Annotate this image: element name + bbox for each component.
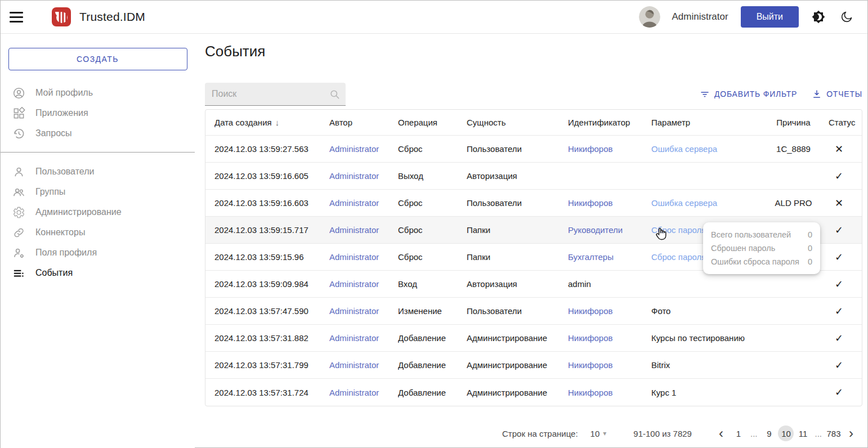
reports-button[interactable]: ОТЧЕТЫ: [812, 89, 862, 99]
page-number[interactable]: 1: [731, 425, 746, 441]
page-title: События: [205, 43, 862, 60]
sidebar-item-label: События: [35, 268, 73, 278]
avatar[interactable]: [639, 6, 660, 28]
table-row[interactable]: 2024.12.03 13:59:16.605 Administrator Вы…: [205, 163, 862, 190]
sidebar-item-label: Поля профиля: [35, 248, 97, 258]
status-error-icon: ✕: [835, 198, 843, 209]
sidebar-item-applications[interactable]: Приложения: [1, 103, 195, 123]
add-filter-button[interactable]: ДОБАВИТЬ ФИЛЬТР: [700, 89, 797, 99]
table-row[interactable]: 2024.12.03 13:59:16.603 Administrator Сб…: [205, 190, 862, 217]
status-success-icon: ✓: [835, 171, 843, 182]
page-number-current[interactable]: 10: [778, 425, 794, 441]
sidebar-item-groups[interactable]: Группы: [1, 182, 195, 202]
page-number[interactable]: 9: [761, 425, 777, 441]
parameter-link[interactable]: Ошибка сервера: [651, 198, 764, 208]
author-link[interactable]: Administrator: [329, 198, 398, 208]
table-row[interactable]: 2024.12.03 13:57:31.882 Administrator До…: [205, 325, 862, 352]
filter-icon: [700, 89, 710, 99]
brightness-toggle-icon[interactable]: [810, 8, 827, 25]
identifier-link[interactable]: Никифоров: [568, 333, 651, 343]
status-success-icon: ✓: [835, 333, 843, 344]
column-header-entity[interactable]: Сущность: [467, 118, 568, 127]
people-icon: [12, 185, 25, 199]
column-header-author[interactable]: Автор: [329, 118, 398, 127]
status-success-icon: ✓: [835, 252, 843, 263]
toolbar: ДОБАВИТЬ ФИЛЬТР ОТЧЕТЫ: [205, 83, 862, 106]
column-header-parameter[interactable]: Параметр: [651, 118, 764, 127]
sidebar-item-users[interactable]: Пользователи: [1, 162, 195, 182]
status-success-icon: ✓: [835, 306, 843, 317]
author-link[interactable]: Administrator: [329, 360, 398, 370]
logout-button[interactable]: Выйти: [741, 6, 799, 28]
rows-per-page-select[interactable]: 10 ▾: [590, 429, 607, 438]
sidebar-item-label: Группы: [35, 187, 65, 197]
author-link[interactable]: Administrator: [329, 306, 398, 316]
sidebar-item-connectors[interactable]: Коннекторы: [1, 222, 195, 243]
sidebar-item-profile-fields[interactable]: Поля профиля: [1, 243, 195, 263]
sidebar-item-requests[interactable]: Запросы: [1, 123, 195, 144]
sidebar-item-events[interactable]: События: [1, 263, 195, 283]
page-number[interactable]: 783: [826, 425, 842, 441]
identifier-link[interactable]: Никифоров: [568, 306, 651, 316]
gear-icon: [12, 205, 25, 219]
column-header-status[interactable]: Статус: [829, 118, 862, 127]
sidebar-item-label: Приложения: [35, 108, 88, 118]
parameter-link[interactable]: Ошибка сервера: [651, 144, 764, 154]
identifier-link[interactable]: Никифоров: [568, 360, 651, 370]
download-icon: [812, 89, 822, 99]
pagination-range: 91-100 из 7829: [633, 429, 692, 438]
menu-icon[interactable]: [10, 8, 26, 25]
status-success-icon: ✓: [835, 387, 843, 398]
table-row[interactable]: 2024.12.03 13:59:27.563 Administrator Сб…: [205, 136, 862, 163]
column-header-date[interactable]: Дата создания↓: [214, 118, 329, 127]
column-header-operation[interactable]: Операция: [398, 118, 467, 127]
column-header-identifier[interactable]: Идентификатор: [568, 118, 651, 127]
page-number[interactable]: 11: [795, 425, 811, 441]
status-error-icon: ✕: [835, 144, 843, 155]
sidebar-item-administration[interactable]: Администрирование: [1, 202, 195, 222]
tooltip-label: Ошибки сброса пароля: [711, 255, 799, 268]
table-row[interactable]: 2024.12.03 13:57:31.724 Administrator До…: [205, 379, 862, 406]
search-input[interactable]: [205, 83, 346, 106]
author-link[interactable]: Administrator: [329, 333, 398, 343]
brand-logo-icon: [51, 7, 71, 27]
chevron-down-icon: ▾: [603, 429, 606, 437]
next-page-button[interactable]: ›: [842, 427, 860, 440]
person-icon: [12, 165, 25, 178]
author-link[interactable]: Administrator: [329, 279, 398, 289]
create-button[interactable]: СОЗДАТЬ: [8, 48, 187, 70]
status-success-icon: ✓: [835, 279, 843, 290]
sidebar-item-my-profile[interactable]: Мой профиль: [1, 83, 195, 103]
identifier-link[interactable]: Никифоров: [568, 144, 651, 154]
account-circle-icon: [12, 86, 25, 100]
tooltip-value: 0: [808, 241, 812, 255]
list-icon: [12, 266, 25, 280]
sidebar-item-label: Запросы: [35, 128, 72, 138]
prev-page-button[interactable]: ‹: [712, 427, 730, 440]
brand-name: Trusted.IDM: [79, 10, 145, 24]
status-success-icon: ✓: [835, 225, 843, 236]
identifier-link[interactable]: Никифоров: [568, 198, 651, 208]
column-header-reason[interactable]: Причина: [764, 118, 829, 127]
top-bar: Trusted.IDM Administrator Выйти: [1, 1, 867, 34]
author-link[interactable]: Administrator: [329, 144, 398, 154]
sort-desc-icon[interactable]: ↓: [275, 118, 280, 127]
identifier-link[interactable]: Бухгалтеры: [568, 252, 651, 262]
table-row[interactable]: 2024.12.03 13:57:31.799 Administrator До…: [205, 352, 862, 379]
pagination-ellipsis: ...: [811, 429, 825, 438]
table-header-row: Дата создания↓ Автор Операция Сущность И…: [205, 110, 862, 136]
identifier-link[interactable]: Руководители: [568, 225, 651, 235]
author-link[interactable]: Administrator: [329, 225, 398, 235]
author-link[interactable]: Administrator: [329, 252, 398, 262]
author-link[interactable]: Administrator: [329, 171, 398, 181]
dark-mode-moon-icon[interactable]: [838, 8, 855, 25]
tooltip-label: Сброшен пароль: [711, 241, 775, 255]
sidebar-item-label: Администрирование: [35, 207, 122, 217]
table-row[interactable]: 2024.12.03 13:57:47.590 Administrator Из…: [205, 298, 862, 325]
tooltip-value: 0: [808, 228, 812, 241]
search-box: [205, 83, 346, 106]
identifier-link[interactable]: Никифоров: [568, 388, 651, 397]
author-link[interactable]: Administrator: [329, 388, 398, 397]
sidebar-item-label: Пользователи: [35, 167, 94, 177]
table-row[interactable]: 2024.12.03 13:59:09.984 Administrator Вх…: [205, 271, 862, 298]
